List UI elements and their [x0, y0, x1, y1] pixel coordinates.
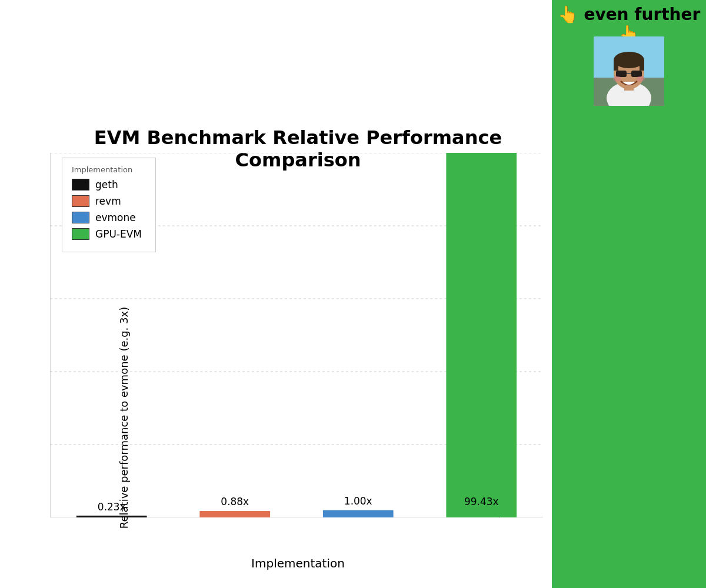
legend-label-gpuevm: GPU-EVM: [95, 228, 142, 240]
bar-geth: [76, 516, 147, 517]
legend-item-evmone: evmone: [72, 212, 146, 223]
x-axis-label: Implementation: [44, 556, 552, 570]
gpu-panel-image: [594, 36, 664, 106]
legend-color-geth: [72, 179, 89, 191]
svg-rect-6: [614, 60, 618, 71]
bar-label-gpuevm: 99.43x: [464, 496, 499, 507]
legend-color-gpuevm: [72, 228, 89, 240]
bar-revm: [199, 511, 270, 517]
chart-area: EVM Benchmark Relative Performance Compa…: [0, 0, 552, 588]
svg-point-12: [637, 76, 645, 82]
bar-gpuevm: [446, 153, 517, 517]
legend-item-gpuevm: GPU-EVM: [72, 228, 146, 240]
bar-evmone: [323, 510, 394, 517]
bar-label-evmone: 1.00x: [344, 495, 372, 507]
gpu-evm-panel: 👆 even further 👆: [552, 0, 706, 588]
legend-color-revm: [72, 195, 89, 207]
legend-item-geth: geth: [72, 179, 146, 191]
legend-label-revm: revm: [95, 195, 121, 207]
svg-point-11: [613, 76, 621, 82]
legend: Implementation geth revm evmone GPU-EVM: [62, 158, 156, 252]
legend-color-evmone: [72, 212, 89, 223]
legend-item-revm: revm: [72, 195, 146, 207]
svg-rect-7: [640, 60, 644, 71]
bar-label-revm: 0.88x: [221, 496, 249, 507]
bar-label-geth: 0.23x: [98, 500, 126, 512]
legend-title: Implementation: [72, 165, 146, 174]
legend-label-evmone: evmone: [95, 212, 136, 223]
chart-container: 👆 even further 👆: [0, 0, 706, 588]
legend-label-geth: geth: [95, 179, 118, 191]
